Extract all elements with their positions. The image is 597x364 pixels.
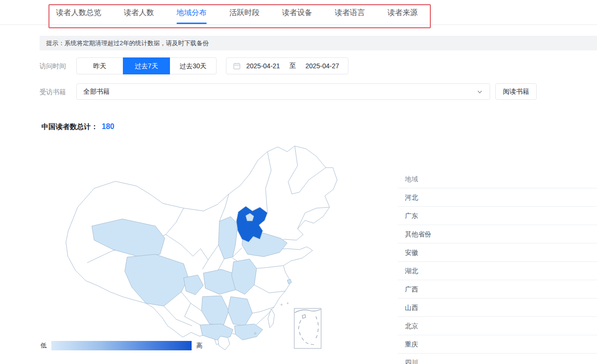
- calendar-icon: [233, 62, 241, 70]
- tab-active-hours[interactable]: 活跃时段: [229, 0, 259, 25]
- visited-books-label: 受访书籍: [40, 83, 66, 100]
- legend-low-label: 低: [40, 341, 47, 350]
- region-row-other: 其他省份: [398, 225, 597, 243]
- chevron-down-icon: [476, 89, 483, 95]
- map-legend: 低 高: [40, 341, 202, 350]
- date-separator: 至: [290, 62, 296, 70]
- island-dot-3: [254, 332, 256, 334]
- tab-reader-language[interactable]: 读者语言: [335, 0, 365, 25]
- tab-reader-overview[interactable]: 读者人数总览: [56, 0, 101, 25]
- region-row-shanxi: 山西: [398, 299, 597, 317]
- region-row-beijing: 北京: [398, 317, 597, 335]
- region-row-sichuan: 四川: [398, 354, 597, 364]
- tabs-container: 读者人数总览 读者人数 地域分布 活跃时段 读者设备 读者语言 读者来源: [56, 0, 418, 25]
- region-table-header: 地域: [398, 170, 597, 188]
- time-option-last7days[interactable]: 过去7天: [123, 57, 170, 74]
- region-row-hubei: 湖北: [398, 262, 597, 280]
- legend-high-label: 高: [196, 341, 202, 350]
- book-select-value: 全部书籍: [83, 88, 110, 96]
- visit-time-label: 访问时间: [40, 57, 66, 74]
- time-option-yesterday[interactable]: 昨天: [76, 57, 123, 74]
- china-readers-total: 中国读者数总计： 180: [41, 122, 114, 131]
- region-row-guangdong: 广东: [398, 207, 597, 225]
- tab-reader-count[interactable]: 读者人数: [124, 0, 154, 25]
- date-end: 2025-04-27: [306, 62, 339, 70]
- legend-gradient-bar: [51, 341, 192, 350]
- region-table: 地域 河北 广东 其他省份 安徽 湖北 广西 山西 北京 重庆 四川: [398, 170, 597, 364]
- notice-bar: 提示：系统将定期清理超过2年的统计数据，请及时下载备份: [40, 36, 597, 50]
- island-dot-2: [287, 303, 288, 304]
- read-books-button[interactable]: 阅读书籍: [495, 83, 537, 100]
- china-readers-total-label: 中国读者数总计：: [41, 122, 98, 131]
- south-china-sea-inset: [294, 308, 321, 348]
- island-hainan: [218, 336, 230, 350]
- date-range-picker[interactable]: 2025-04-21 至 2025-04-27: [226, 57, 348, 74]
- tab-reader-source[interactable]: 读者来源: [387, 0, 418, 25]
- region-row-hebei: 河北: [398, 188, 597, 207]
- region-row-chongqing: 重庆: [398, 335, 597, 354]
- book-select[interactable]: 全部书籍: [76, 83, 490, 100]
- island-dot-1: [281, 304, 282, 306]
- china-choropleth-map[interactable]: [42, 141, 400, 351]
- region-row-guangxi: 广西: [398, 280, 597, 299]
- time-range-segmented-control: 昨天 过去7天 过去30天: [76, 57, 217, 74]
- province-guangdong[interactable]: [234, 324, 263, 340]
- china-readers-total-value: 180: [102, 122, 114, 131]
- date-start: 2025-04-21: [246, 62, 280, 70]
- tab-bar: 读者人数总览 读者人数 地域分布 活跃时段 读者设备 读者语言 读者来源: [0, 0, 597, 25]
- tab-reader-devices[interactable]: 读者设备: [282, 0, 312, 25]
- region-row-anhui: 安徽: [398, 243, 597, 262]
- tab-region-distribution[interactable]: 地域分布: [177, 0, 207, 25]
- time-option-last30days[interactable]: 过去30天: [169, 57, 217, 74]
